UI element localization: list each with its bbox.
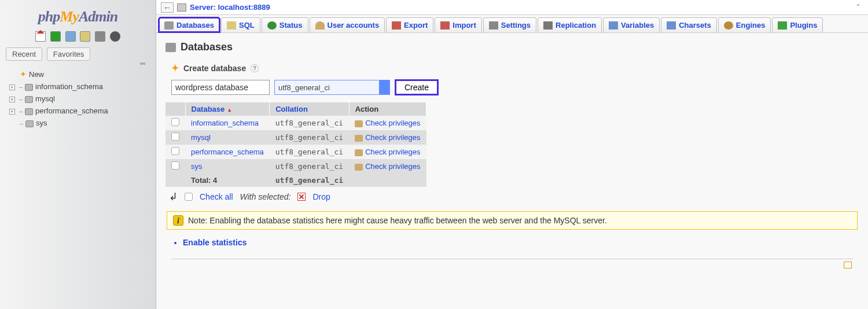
privileges-icon bbox=[355, 135, 363, 142]
drop-icon[interactable] bbox=[297, 193, 306, 201]
tab-label: Plugins bbox=[790, 21, 817, 30]
nav-new[interactable]: ✦New bbox=[8, 68, 150, 80]
tab-engines[interactable]: Engines bbox=[718, 17, 771, 32]
col-database[interactable]: Database bbox=[192, 105, 225, 113]
sort-asc-icon: ▲ bbox=[227, 107, 232, 113]
check-privileges-link[interactable]: Check privileges bbox=[365, 119, 420, 127]
main-panel: ← Server: localhost:8889 ⌃ DatabasesSQLS… bbox=[156, 0, 868, 309]
logo[interactable]: phpMyAdmin bbox=[6, 3, 150, 29]
databases-icon bbox=[164, 21, 174, 30]
charsets-icon bbox=[667, 21, 676, 30]
tab-label: SQL bbox=[239, 21, 255, 30]
check-privileges-link[interactable]: Check privileges bbox=[365, 148, 420, 156]
new-db-icon: ✦ bbox=[171, 62, 179, 73]
table-row: performance_schemautf8_general_ciCheck p… bbox=[165, 145, 426, 159]
table-row: sysutf8_general_ciCheck privileges bbox=[165, 159, 426, 174]
status-icon bbox=[267, 21, 277, 30]
sql-query-icon[interactable] bbox=[80, 31, 90, 42]
row-collation: utf8_general_ci bbox=[270, 145, 349, 159]
privileges-icon bbox=[355, 164, 363, 171]
row-collation: utf8_general_ci bbox=[270, 130, 349, 145]
collapse-icon[interactable]: ⌃ bbox=[855, 3, 861, 11]
databases-table: Database▲ Collation Action information_s… bbox=[165, 102, 426, 187]
row-checkbox[interactable] bbox=[171, 133, 179, 141]
server-link[interactable]: Server: localhost:8889 bbox=[190, 3, 270, 12]
plugins-icon bbox=[778, 21, 787, 30]
tab-settings[interactable]: Settings bbox=[483, 17, 536, 32]
check-all-checkbox[interactable] bbox=[185, 193, 193, 201]
sidebar: phpMyAdmin Recent Favorites ⚯ ✦New +–inf… bbox=[0, 0, 156, 309]
back-button[interactable]: ← bbox=[161, 2, 174, 13]
nav-db-item[interactable]: –sys bbox=[8, 117, 150, 129]
tab-user-accounts[interactable]: User accounts bbox=[310, 17, 385, 32]
privileges-icon bbox=[355, 120, 363, 127]
tab-replication[interactable]: Replication bbox=[538, 17, 602, 32]
with-selected-label: With selected: bbox=[240, 192, 291, 201]
row-collation: utf8_general_ci bbox=[270, 116, 349, 130]
nav-db-item[interactable]: +–mysql bbox=[8, 93, 150, 105]
recent-tab[interactable]: Recent bbox=[6, 47, 42, 61]
create-db-heading: ✦ Create database ? bbox=[165, 61, 859, 79]
tab-label: Variables bbox=[621, 21, 654, 30]
tab-label: Engines bbox=[736, 21, 766, 30]
col-collation[interactable]: Collation bbox=[275, 105, 308, 113]
user-accounts-icon bbox=[315, 21, 325, 30]
db-name-input[interactable] bbox=[171, 80, 270, 95]
note-text: Note: Enabling the database statistics h… bbox=[188, 216, 607, 225]
note-box: i Note: Enabling the database statistics… bbox=[167, 211, 858, 230]
tab-plugins[interactable]: Plugins bbox=[772, 17, 823, 32]
export-icon bbox=[392, 21, 401, 30]
table-row: information_schemautf8_general_ciCheck p… bbox=[165, 116, 426, 130]
db-name-link[interactable]: sys bbox=[191, 162, 203, 171]
db-name-link[interactable]: mysql bbox=[191, 133, 211, 142]
tab-label: Export bbox=[404, 21, 428, 30]
tab-databases[interactable]: Databases bbox=[159, 17, 220, 32]
privileges-icon bbox=[355, 149, 363, 156]
total-label: Total: 4 bbox=[185, 174, 270, 187]
favorites-tab[interactable]: Favorites bbox=[47, 47, 90, 61]
home-icon[interactable] bbox=[35, 31, 46, 42]
check-all-link[interactable]: Check all bbox=[200, 192, 233, 201]
tab-export[interactable]: Export bbox=[386, 17, 433, 32]
tab-label: User accounts bbox=[328, 21, 380, 30]
select-arrow-icon: ↳ bbox=[169, 190, 178, 203]
server-icon bbox=[177, 3, 186, 12]
tab-label: Settings bbox=[501, 21, 531, 30]
nav-db-item[interactable]: +–performance_schema bbox=[8, 105, 150, 117]
tab-variables[interactable]: Variables bbox=[603, 17, 660, 32]
sql-icon bbox=[227, 21, 236, 30]
total-collation: utf8_general_ci bbox=[270, 174, 349, 187]
exit-icon[interactable] bbox=[50, 31, 61, 42]
settings-icon[interactable] bbox=[95, 31, 105, 42]
row-checkbox[interactable] bbox=[171, 147, 179, 155]
breadcrumb: ← Server: localhost:8889 ⌃ bbox=[156, 0, 868, 15]
row-checkbox[interactable] bbox=[171, 161, 179, 170]
tab-status[interactable]: Status bbox=[262, 17, 308, 32]
docs-icon[interactable] bbox=[65, 31, 76, 42]
engines-icon bbox=[724, 21, 733, 30]
console-toggle-icon[interactable] bbox=[844, 262, 852, 268]
reload-icon[interactable] bbox=[110, 31, 120, 42]
create-button[interactable]: Create bbox=[395, 79, 439, 95]
footer-divider bbox=[171, 259, 853, 259]
tab-sql[interactable]: SQL bbox=[221, 17, 260, 32]
collation-select[interactable]: utf8_general_ci bbox=[274, 80, 390, 95]
row-checkbox[interactable] bbox=[171, 118, 179, 126]
nav-tree: ✦New +–information_schema +–mysql +–perf… bbox=[6, 64, 150, 129]
link-icon[interactable]: ⚯ bbox=[140, 60, 145, 68]
page-title: Databases bbox=[165, 39, 859, 61]
help-icon[interactable]: ? bbox=[251, 64, 259, 72]
drop-link[interactable]: Drop bbox=[312, 192, 330, 201]
tab-label: Replication bbox=[556, 21, 596, 30]
db-name-link[interactable]: performance_schema bbox=[191, 148, 264, 156]
import-icon bbox=[440, 21, 450, 30]
tab-import[interactable]: Import bbox=[435, 17, 481, 32]
tab-charsets[interactable]: Charsets bbox=[661, 17, 717, 32]
check-privileges-link[interactable]: Check privileges bbox=[365, 133, 420, 142]
nav-db-item[interactable]: +–information_schema bbox=[8, 80, 150, 93]
check-privileges-link[interactable]: Check privileges bbox=[365, 162, 420, 171]
db-name-link[interactable]: information_schema bbox=[191, 119, 259, 127]
settings-icon bbox=[489, 21, 498, 30]
enable-statistics-link[interactable]: Enable statistics bbox=[183, 237, 859, 248]
database-icon bbox=[165, 43, 176, 52]
